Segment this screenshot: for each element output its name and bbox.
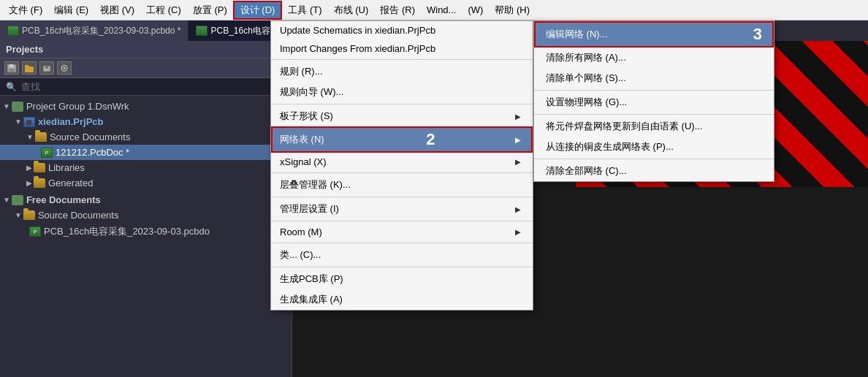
toolbar-btn4[interactable] <box>57 61 72 75</box>
generated-label: Generated <box>48 178 93 188</box>
menu-generate-pcb-lib-label: 生成PCB库 (P) <box>280 273 343 286</box>
layer-arrow: ▶ <box>515 205 521 213</box>
menu-classes[interactable]: 类... (C)... <box>271 245 533 265</box>
tree-item-project-group[interactable]: ▼ Project Group 1.DsnWrk <box>0 99 292 114</box>
pcb-16ch-label: PCB_16ch电容采集_2023-09-03.pcbdo <box>44 225 210 238</box>
tree-item-source-docs[interactable]: ▼ Source Documents <box>0 129 292 145</box>
sidebar-panel: Projects 🔍 ▼ Project Group 1.DsnWrk ▼ ⬛ <box>0 41 292 377</box>
svg-rect-3 <box>25 66 34 72</box>
menu-help[interactable]: 帮助 (H) <box>489 2 536 18</box>
menu-view[interactable]: 视图 (V) <box>94 2 140 18</box>
separator-3 <box>271 172 533 173</box>
source-docs-label: Source Documents <box>50 132 131 142</box>
svg-rect-2 <box>9 64 13 67</box>
menu-import-changes[interactable]: Import Changes From xiedian.PrjPcb <box>271 39 533 58</box>
menu-project[interactable]: 工程 (C) <box>140 2 187 18</box>
netlist-arrow: ▶ <box>515 136 521 144</box>
submenu-clear-all-nets2-label: 清除全部网络 (C)... <box>546 165 627 176</box>
menu-room[interactable]: Room (M) ▶ <box>271 223 533 241</box>
tree-item-libraries[interactable]: ▶ Libraries <box>0 160 292 175</box>
submenu-generate-from-copper-label: 从连接的铜皮生成网络表 (P)... <box>546 141 674 152</box>
separator-2 <box>271 104 533 104</box>
svg-point-8 <box>63 66 66 69</box>
menubar: 文件 (F) 编辑 (E) 视图 (V) 工程 (C) 放置 (P) 设计 (D… <box>0 0 868 20</box>
menu-generate-pcb-lib[interactable]: 生成PCB库 (P) <box>271 269 533 289</box>
search-input[interactable] <box>21 81 286 92</box>
separator-4 <box>271 197 533 197</box>
netlist-submenu: 编辑网络 (N)... 3 清除所有网络 (A)... 清除单个网络 (S)..… <box>533 20 774 182</box>
prj-icon: ⬛ <box>23 117 35 127</box>
svg-rect-4 <box>25 65 29 67</box>
submenu-update-pad-nets[interactable]: 将元件焊盘网络更新到自由语素 (U)... <box>534 116 774 137</box>
separator-1 <box>271 59 533 60</box>
menu-tools[interactable]: 工具 (T) <box>282 2 327 18</box>
libraries-label: Libraries <box>48 162 85 173</box>
tree-item-pcb16ch[interactable]: P PCB_16ch电容采集_2023-09-03.pcbdo <box>0 223 292 240</box>
submenu-sep-2 <box>534 114 774 115</box>
menu-xsignal-label: xSignal (X) <box>280 156 327 167</box>
toolbar-btn3[interactable] <box>39 61 54 75</box>
expand-arrow: ▼ <box>3 102 10 110</box>
menu-board-shape[interactable]: 板子形状 (S) ▶ <box>271 106 533 126</box>
menu-file[interactable]: 文件 (F) <box>3 2 48 18</box>
menu-layer-management[interactable]: 管理层设置 (I) ▶ <box>271 199 533 219</box>
menu-generate-integrated-lib[interactable]: 生成集成库 (A) <box>271 289 533 310</box>
expand-arrow-prj: ▼ <box>15 118 22 126</box>
board-shape-arrow: ▶ <box>515 113 521 121</box>
submenu-clear-all-nets2[interactable]: 清除全部网络 (C)... <box>534 161 774 181</box>
prj-label: xiedian.PrjPcb <box>38 116 104 127</box>
submenu-set-physical-net[interactable]: 设置物理网格 (G)... <box>534 92 774 113</box>
tab-label-inactive: PCB_16ch电容采集_2023-09-03.pcbdo * <box>22 25 180 37</box>
submenu-clear-all-nets[interactable]: 清除所有网络 (A)... <box>534 47 774 68</box>
tree-item-xiedian-prj[interactable]: ▼ ⬛ xiedian.PrjPcb <box>0 114 292 129</box>
menu-rules-wizard-label: 规则向导 (W)... <box>280 85 343 99</box>
separator-7 <box>271 267 533 267</box>
menu-rules[interactable]: 规则 (R)... <box>271 61 533 82</box>
menu-rules-wizard[interactable]: 规则向导 (W)... <box>271 82 533 102</box>
expand-arrow-src: ▼ <box>26 133 34 141</box>
menu-route[interactable]: 布线 (U) <box>328 2 375 18</box>
folder-icon-src <box>35 132 47 142</box>
separator-6 <box>271 243 533 243</box>
menu-netlist[interactable]: 网络表 (N) 2 ▶ <box>271 126 533 153</box>
tree-item-121212[interactable]: P 121212.PcbDoc * <box>0 145 292 160</box>
menu-design[interactable]: 设计 (D) <box>233 1 283 20</box>
menu-report[interactable]: 报告 (R) <box>374 2 421 18</box>
submenu-set-physical-net-label: 设置物理网格 (G)... <box>546 96 627 107</box>
pcb-tab-icon-inactive <box>7 26 19 36</box>
menu-edit[interactable]: 编辑 (E) <box>48 2 94 18</box>
submenu-clear-single-net[interactable]: 清除单个网络 (S)... <box>534 68 774 88</box>
search-icon: 🔍 <box>6 82 17 92</box>
folder-icon-lib <box>34 163 45 172</box>
tree-item-free-docs[interactable]: ▼ Free Documents <box>0 192 292 207</box>
free-docs-icon <box>12 195 23 205</box>
menu-place[interactable]: 放置 (P) <box>187 2 233 18</box>
tab-pcb-inactive[interactable]: PCB_16ch电容采集_2023-09-03.pcbdo * <box>0 20 189 41</box>
menu-rules-label: 规则 (R)... <box>280 65 323 78</box>
submenu-edit-net[interactable]: 编辑网络 (N)... 3 <box>534 21 774 47</box>
submenu-generate-from-copper[interactable]: 从连接的铜皮生成网络表 (P)... <box>534 137 774 157</box>
menu-stackup-manager[interactable]: 层叠管理器 (K)... <box>271 175 533 195</box>
menu-xsignal[interactable]: xSignal (X) ▶ <box>271 153 533 171</box>
open-icon <box>42 64 52 73</box>
menu-w2[interactable]: (W) <box>462 3 489 17</box>
submenu-clear-all-nets-label: 清除所有网络 (A)... <box>546 52 626 63</box>
tree-item-generated[interactable]: ▶ Generated <box>0 175 292 191</box>
menu-room-label: Room (M) <box>280 226 322 237</box>
submenu-sep-3 <box>534 159 774 159</box>
menu-classes-label: 类... (C)... <box>280 248 321 262</box>
free-source-label: Source Documents <box>38 210 119 221</box>
menu-update-schematics[interactable]: Update Schematics in xiedian.PrjPcb <box>271 21 533 39</box>
svg-rect-6 <box>45 66 48 69</box>
menu-window[interactable]: Wind... <box>421 3 462 17</box>
expand-arrow-gen: ▶ <box>26 179 32 187</box>
project-group-icon <box>12 102 23 112</box>
submenu-sep-1 <box>534 90 774 91</box>
tree-item-free-source[interactable]: ▼ Source Documents <box>0 207 292 223</box>
folder-icon-free-src <box>23 210 35 220</box>
toolbar-btn2[interactable] <box>22 61 37 75</box>
menu-netlist-label: 网络表 (N) <box>280 133 324 146</box>
toolbar-save-btn[interactable] <box>4 61 19 75</box>
search-bar: 🔍 <box>0 78 292 96</box>
file-tree: ▼ Project Group 1.DsnWrk ▼ ⬛ xiedian.Prj… <box>0 96 292 243</box>
